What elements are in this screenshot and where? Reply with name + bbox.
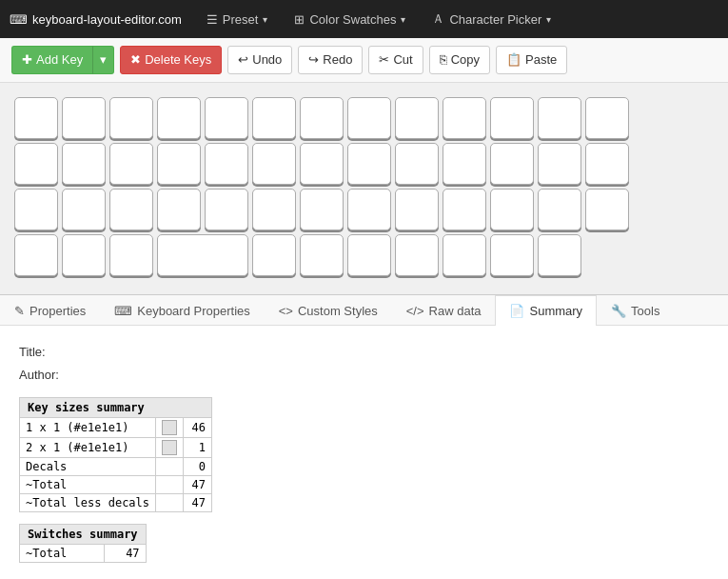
cut-button[interactable]: ✂ Cut (368, 46, 423, 74)
key[interactable] (585, 143, 629, 185)
key[interactable] (300, 189, 344, 230)
key[interactable] (14, 234, 58, 276)
key[interactable] (14, 143, 58, 185)
tabs-bar: ✎ Properties ⌨ Keyboard Properties <> Cu… (0, 295, 728, 326)
key[interactable] (205, 97, 248, 139)
key[interactable] (395, 143, 439, 185)
add-key-dropdown-icon: ▾ (100, 51, 107, 69)
add-key-dropdown-button[interactable]: ▾ (92, 46, 114, 74)
key[interactable] (157, 143, 201, 185)
key[interactable] (538, 189, 581, 230)
key[interactable] (252, 189, 296, 230)
author-label: Author: (19, 368, 59, 382)
key[interactable] (109, 189, 153, 230)
key[interactable] (157, 97, 201, 139)
key[interactable] (585, 97, 629, 139)
toolbar: ✚ Add Key ▾ ✖ Delete Keys ↩ Undo ↪ Redo … (0, 38, 728, 83)
table-row: 1 x 1 (#e1e1e1)46 (20, 417, 212, 437)
tab-properties[interactable]: ✎ Properties (0, 295, 100, 326)
nav-preset[interactable]: ☰ Preset ▾ (195, 5, 280, 34)
tab-raw-data[interactable]: </> Raw data (392, 295, 496, 326)
keyboard-properties-icon: ⌨ (114, 304, 132, 318)
key-size-label: ~Total less decals (20, 493, 156, 511)
undo-button[interactable]: ↩ Undo (227, 46, 292, 74)
key[interactable] (585, 189, 629, 230)
key[interactable] (157, 189, 201, 230)
key-sizes-header: Key sizes summary (20, 397, 212, 417)
key[interactable] (157, 234, 248, 276)
key[interactable] (490, 234, 534, 276)
key[interactable] (347, 143, 391, 185)
key[interactable] (205, 143, 248, 185)
paste-button[interactable]: 📋 Paste (496, 46, 567, 74)
key[interactable] (443, 97, 486, 139)
tab-tools[interactable]: 🔧 Tools (597, 295, 674, 326)
tab-keyboard-properties[interactable]: ⌨ Keyboard Properties (100, 295, 265, 326)
key[interactable] (347, 189, 391, 230)
add-key-button[interactable]: ✚ Add Key (11, 46, 92, 74)
key[interactable] (490, 143, 534, 185)
key[interactable] (62, 97, 106, 139)
raw-data-icon: </> (406, 304, 424, 318)
key-size-count: 0 (184, 457, 212, 475)
key-row-2 (14, 143, 714, 185)
key[interactable] (490, 97, 534, 139)
key[interactable] (14, 97, 58, 139)
tab-summary[interactable]: 📄 Summary (495, 295, 597, 326)
key[interactable] (62, 189, 106, 230)
copy-button[interactable]: ⎘ Copy (429, 46, 490, 74)
color-swatches-label: Color Swatches (309, 12, 396, 27)
key[interactable] (109, 234, 153, 276)
tab-custom-styles-label: Custom Styles (298, 304, 378, 318)
nav-character-picker[interactable]: Ａ Character Picker ▾ (421, 3, 562, 35)
key[interactable] (347, 97, 391, 139)
key[interactable] (395, 234, 439, 276)
tools-icon: 🔧 (611, 304, 626, 318)
cut-label: Cut (393, 51, 412, 69)
character-picker-label: Character Picker (449, 12, 541, 27)
key-size-label: ~Total (20, 475, 156, 493)
key[interactable] (252, 143, 296, 185)
key[interactable] (109, 97, 153, 139)
key[interactable] (300, 234, 344, 276)
key[interactable] (252, 234, 296, 276)
redo-button[interactable]: ↪ Redo (298, 46, 363, 74)
preset-caret-icon: ▾ (263, 14, 267, 25)
key[interactable] (252, 97, 296, 139)
tab-custom-styles[interactable]: <> Custom Styles (265, 295, 392, 326)
key[interactable] (109, 143, 153, 185)
key[interactable] (538, 143, 581, 185)
key[interactable] (205, 189, 248, 230)
key[interactable] (395, 189, 439, 230)
key-size-count: 46 (184, 417, 212, 437)
preset-label: Preset (223, 12, 259, 27)
key[interactable] (62, 143, 106, 185)
delete-keys-label: Delete Keys (145, 51, 211, 69)
tab-raw-data-label: Raw data (429, 304, 482, 318)
delete-keys-button[interactable]: ✖ Delete Keys (120, 46, 222, 74)
key[interactable] (443, 189, 486, 230)
title-label: Title: (19, 345, 46, 359)
key[interactable] (300, 143, 344, 185)
key-size-label: 2 x 1 (#e1e1e1) (20, 437, 156, 457)
key[interactable] (300, 97, 344, 139)
key[interactable] (490, 189, 534, 230)
nav-color-swatches[interactable]: ⊞ Color Swatches ▾ (283, 5, 417, 34)
key-row-4 (14, 234, 714, 276)
copy-label: Copy (451, 51, 480, 69)
key[interactable] (347, 234, 391, 276)
copy-icon: ⎘ (440, 51, 447, 69)
table-row: Decals0 (20, 457, 212, 475)
color-swatch-icon (162, 420, 177, 435)
key[interactable] (538, 234, 581, 276)
key[interactable] (443, 234, 486, 276)
key[interactable] (538, 97, 581, 139)
switches-summary-table: Switches summary ~Total47 (19, 524, 147, 563)
key[interactable] (443, 143, 486, 185)
key[interactable] (62, 234, 106, 276)
table-row: ~Total47 (20, 544, 147, 562)
key-size-label: 1 x 1 (#e1e1e1) (20, 417, 156, 437)
key[interactable] (14, 189, 58, 230)
key[interactable] (395, 97, 439, 139)
summary-icon: 📄 (509, 304, 524, 318)
